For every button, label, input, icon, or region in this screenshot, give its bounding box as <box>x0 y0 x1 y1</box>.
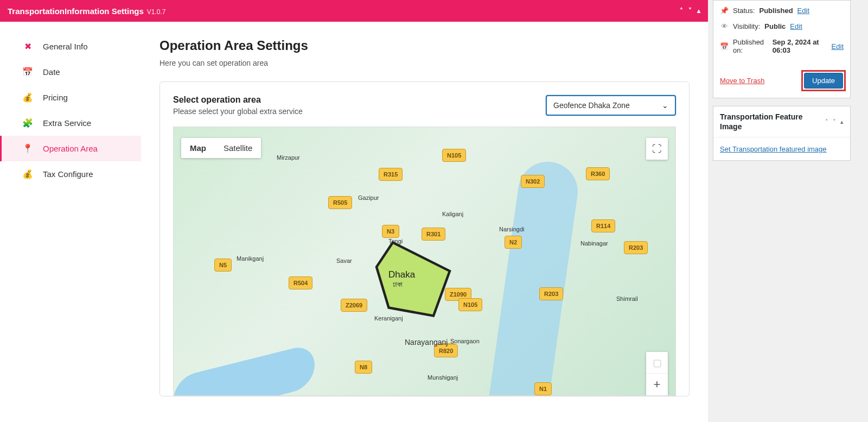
road-badge: R114 <box>591 219 615 232</box>
pin-icon: 📌 <box>720 7 729 15</box>
publish-sidebar: 📌 Status: Published Edit 👁 Visibility: P… <box>712 0 852 422</box>
map-city: Narayanganj <box>405 338 448 347</box>
map-city: Narsingdi <box>499 226 524 232</box>
nav-tax-configure[interactable]: 💰 Tax Configure <box>0 161 141 187</box>
settings-body: Operation Area Settings Here you can set… <box>141 22 708 422</box>
map-river <box>174 343 315 396</box>
nav-date[interactable]: 📅 Date <box>0 59 141 85</box>
status-value: Published <box>759 7 793 15</box>
page-title: Operation Area Settings <box>159 38 690 53</box>
nav-label: Extra Service <box>43 118 91 128</box>
map-city-dhaka-bn: ঢাকা <box>393 280 403 289</box>
map-city: Mirzapur <box>277 154 300 161</box>
road-badge: N105 <box>458 298 482 311</box>
settings-header: TransportationInformation Settings V1.0.… <box>0 0 708 22</box>
visibility-value: Public <box>764 22 786 30</box>
map-fullscreen-button[interactable]: ⛶ <box>646 138 668 160</box>
publishedon-row: 📅 Published on: Sep 2, 2024 at 06:03 Edi… <box>720 34 844 58</box>
map-city: Kaliganj <box>442 211 463 217</box>
header-version: V1.0.7 <box>147 8 166 16</box>
nav-label: Date <box>43 67 60 77</box>
select-value: Geofence Dhaka Zone <box>553 101 630 110</box>
visibility-edit-link[interactable]: Edit <box>790 22 802 30</box>
hand-coin-icon: 💰 <box>22 169 33 179</box>
header-title: TransportationInformation Settings <box>8 7 144 16</box>
feature-image-panel: Transportation Feature Image ˄ ˅ ▴ Set T… <box>713 106 851 161</box>
calendar-icon: 📅 <box>720 42 729 51</box>
map-city: Gazipur <box>358 194 379 201</box>
road-badge: R360 <box>586 167 610 180</box>
move-to-trash-link[interactable]: Move to Trash <box>720 77 764 85</box>
publish-box: 📌 Status: Published Edit 👁 Visibility: P… <box>713 0 851 98</box>
road-badge: Z2069 <box>341 299 367 312</box>
plugin-icon: 🧩 <box>22 118 33 128</box>
panel-up-icon[interactable]: ˄ <box>825 118 828 125</box>
chevron-down-icon: ⌄ <box>662 101 668 110</box>
update-button[interactable]: Update <box>804 73 843 89</box>
map-city: Keraniganj <box>374 315 403 322</box>
panel-toggle-icon[interactable]: ▴ <box>840 118 844 125</box>
nav-pricing[interactable]: 💰 Pricing <box>0 85 141 110</box>
road-badge: R504 <box>289 276 312 289</box>
map-zoom-control: ▢ + <box>646 352 668 395</box>
map-city: Sonargaon <box>450 338 480 344</box>
update-highlight: Update <box>801 70 846 91</box>
nav-extra-service[interactable]: 🧩 Extra Service <box>0 110 141 136</box>
map-type-toggle: Map Satellite <box>181 138 261 158</box>
tools-icon: ✖ <box>22 41 33 52</box>
fullscreen-icon: ⛶ <box>652 143 662 155</box>
road-badge: N8 <box>355 361 372 374</box>
panel-up-icon[interactable]: ˄ <box>680 7 683 15</box>
road-badge: R203 <box>624 241 648 254</box>
eye-icon: 👁 <box>720 22 729 30</box>
road-badge: N3 <box>382 225 399 238</box>
map-type-satellite[interactable]: Satellite <box>215 138 261 158</box>
nav-label: Pricing <box>43 93 68 102</box>
operation-area-select[interactable]: Geofence Dhaka Zone ⌄ <box>546 95 676 116</box>
map-city: Shimrail <box>616 295 638 302</box>
road-badge: N302 <box>521 175 545 188</box>
feature-panel-title: Transportation Feature Image <box>720 112 825 131</box>
settings-nav: ✖ General Info 📅 Date 💰 Pricing 🧩 Extra … <box>0 22 141 422</box>
publishedon-value: Sep 2, 2024 at 06:03 <box>773 38 827 54</box>
nav-operation-area[interactable]: 📍 Operation Area <box>0 136 141 161</box>
map-city: Manikganj <box>237 255 264 262</box>
road-badge: N5 <box>214 259 232 272</box>
map-city: Munshiganj <box>427 374 458 381</box>
road-badge: R203 <box>539 287 563 300</box>
road-badge: N105 <box>442 149 466 162</box>
map-river <box>455 158 582 396</box>
operation-area-map[interactable]: N4 R315 R505 N3 R301 R504 Z2069 N5 Z1090… <box>173 127 676 396</box>
panel-down-icon[interactable]: ˅ <box>833 118 836 125</box>
visibility-row: 👁 Visibility: Public Edit <box>720 18 844 34</box>
status-row: 📌 Status: Published Edit <box>720 3 844 18</box>
map-city-dhaka: Dhaka <box>388 269 415 280</box>
road-badge: R505 <box>328 196 352 209</box>
map-pin-icon: 📍 <box>22 143 33 154</box>
map-zoom-in[interactable]: + <box>646 374 668 395</box>
publishedon-edit-link[interactable]: Edit <box>832 42 844 51</box>
operation-area-card: Select operation area Please select your… <box>159 81 690 396</box>
road-badge: N1 <box>534 382 552 395</box>
panel-down-icon[interactable]: ˅ <box>688 7 692 15</box>
calendar-icon: 📅 <box>22 67 33 77</box>
hand-coin-icon: 💰 <box>22 92 33 103</box>
map-city: Nabinagar <box>580 240 608 247</box>
select-label: Select operation area <box>173 95 303 105</box>
settings-main: TransportationInformation Settings V1.0.… <box>0 0 708 422</box>
road-badge: R315 <box>379 168 403 181</box>
road-badge: N2 <box>505 236 522 249</box>
nav-label: General Info <box>43 42 88 51</box>
select-help: Please select your global extra service <box>173 107 303 116</box>
nav-general-info[interactable]: ✖ General Info <box>0 34 141 59</box>
nav-label: Tax Configure <box>43 169 93 179</box>
panel-toggle-icon[interactable]: ▴ <box>697 7 700 15</box>
map-type-map[interactable]: Map <box>181 138 215 158</box>
map-city: Tongi <box>388 238 403 244</box>
page-subtitle: Here you can set operation area <box>159 59 690 67</box>
map-city: Savar <box>336 257 352 264</box>
nav-label: Operation Area <box>43 144 98 153</box>
status-edit-link[interactable]: Edit <box>797 7 809 15</box>
map-zoom-blank[interactable]: ▢ <box>646 352 668 374</box>
set-featured-image-link[interactable]: Set Transportation featured image <box>720 145 827 153</box>
